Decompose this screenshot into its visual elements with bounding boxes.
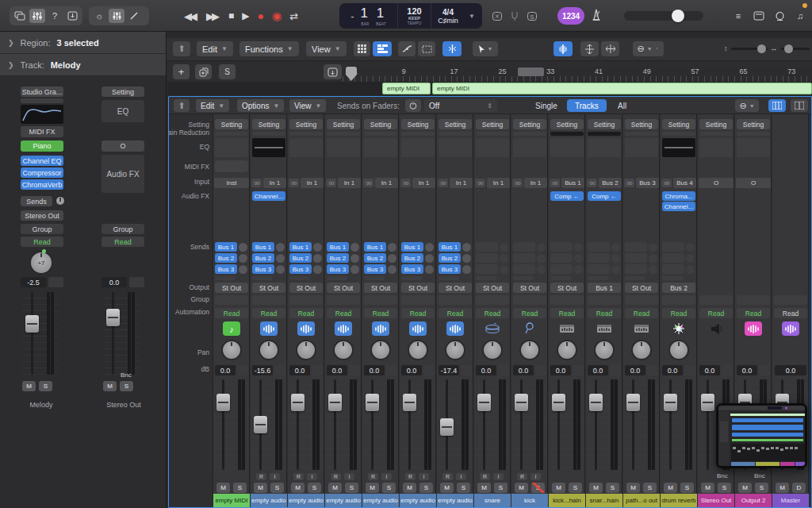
eq-slot[interactable] (699, 138, 733, 157)
send-slot[interactable]: Bus 2 (252, 253, 285, 263)
volume-fader[interactable] (513, 379, 546, 470)
pan-knob[interactable] (519, 340, 540, 360)
send-destination[interactable] (550, 242, 573, 252)
volume-fader[interactable] (401, 379, 435, 470)
send-slot[interactable] (476, 242, 509, 252)
solo-button[interactable]: S (382, 483, 396, 493)
eq-slot[interactable] (476, 138, 509, 157)
send-slot[interactable] (550, 242, 584, 252)
solo-button[interactable]: S (308, 483, 321, 493)
solo-button[interactable]: S (643, 483, 657, 493)
send-level-knob[interactable] (350, 254, 359, 263)
eq-slot[interactable] (401, 138, 435, 157)
record-enable-button[interactable]: R (442, 473, 453, 480)
volume-db-value[interactable]: -17.4 (439, 365, 459, 375)
input-label[interactable]: In 1 (301, 178, 324, 188)
send-destination[interactable]: Bus 2 (289, 253, 312, 263)
send-level-knob[interactable] (350, 243, 359, 252)
send-destination[interactable] (662, 264, 684, 274)
eq-slot[interactable] (550, 138, 584, 157)
display-icon[interactable] (751, 9, 767, 23)
input-monitor-button[interactable]: I (344, 473, 354, 480)
input-slot[interactable]: ○○In 1 (475, 178, 510, 188)
view-tab-tracks[interactable]: Tracks (567, 99, 607, 112)
track-name-label[interactable]: kick...hain (549, 494, 585, 507)
record-enable-button[interactable]: R (331, 473, 341, 480)
input-label[interactable]: O (699, 178, 733, 188)
mute-button[interactable]: M (664, 483, 677, 493)
horizontal-zoom-icon[interactable] (601, 41, 619, 56)
rewind-button[interactable]: ◀◀ (184, 10, 195, 22)
group-slot[interactable] (513, 295, 546, 305)
track-name-label[interactable]: path...o out (623, 494, 660, 507)
output-slot[interactable]: Stereo Out (21, 210, 63, 221)
input-slot[interactable]: ○○In 1 (400, 178, 435, 188)
automation-mode-button[interactable]: Read (737, 308, 770, 318)
solo-button[interactable]: S (718, 483, 731, 493)
group-slot[interactable] (737, 295, 770, 305)
fader-cap[interactable] (25, 315, 39, 333)
tracks-edit-menu[interactable]: Edit▼ (197, 41, 233, 56)
send-destination[interactable]: Bus 1 (401, 242, 423, 252)
stereo-input-icon[interactable]: ○○ (438, 179, 448, 187)
solo-button[interactable]: S (120, 381, 133, 391)
pan-knob[interactable] (408, 340, 428, 360)
audio-fx-slot[interactable]: Comp ← (550, 191, 584, 201)
send-level-knob[interactable] (462, 243, 471, 252)
send-level-knob[interactable] (500, 243, 508, 252)
channel-setting-button[interactable]: Setting (252, 119, 285, 129)
automation-mode-button[interactable]: Read (364, 308, 397, 318)
group-slot[interactable] (327, 295, 360, 305)
volume-db-value[interactable]: 0.0 (550, 365, 571, 375)
back-arrow-icon[interactable]: ⬆ (173, 41, 190, 56)
input-label[interactable]: Bus 1 (561, 178, 584, 188)
pencil-icon[interactable] (126, 9, 142, 23)
channel-setting-button[interactable]: Setting (364, 119, 397, 129)
volume-db-value[interactable]: 0.0 (625, 365, 645, 375)
mute-button[interactable]: M (477, 483, 491, 493)
fader-cap[interactable] (328, 394, 342, 411)
send-level-knob[interactable] (686, 254, 695, 263)
track-name-label[interactable]: Output 2 (735, 494, 772, 507)
send-level-knob[interactable] (649, 243, 657, 252)
channel-setting-button[interactable]: Setting (401, 119, 435, 129)
send-level-knob[interactable] (313, 243, 322, 252)
mute-button[interactable]: M (328, 483, 342, 493)
fader-cap[interactable] (403, 394, 416, 411)
grid-icon[interactable] (354, 41, 370, 56)
input-label[interactable]: Bus 3 (636, 178, 659, 188)
output-slot[interactable]: St Out (550, 283, 584, 293)
eq-slot[interactable] (327, 138, 360, 157)
send-level-knob[interactable] (500, 254, 508, 263)
send-destination[interactable]: Bus 3 (401, 264, 423, 274)
volume-db-value[interactable]: 0.0 (401, 365, 422, 375)
volume-fader[interactable] (662, 379, 695, 470)
volume-fader[interactable] (327, 379, 360, 470)
send-destination[interactable] (625, 264, 647, 274)
input-slot[interactable]: ○○In 1 (251, 178, 286, 188)
send-level-knob[interactable] (611, 243, 620, 252)
duplicate-track-button[interactable] (195, 64, 212, 79)
eq-slot[interactable] (215, 138, 248, 157)
eq-thumbnail[interactable] (252, 138, 285, 157)
send-destination[interactable]: Bus 3 (215, 264, 237, 274)
volume-fader[interactable] (289, 379, 323, 470)
send-level-knob[interactable] (56, 196, 65, 206)
record-enable-button[interactable]: R (405, 473, 416, 480)
fader-cap[interactable] (552, 394, 565, 411)
eq-slot[interactable] (439, 138, 472, 157)
volume-fader[interactable] (22, 292, 59, 375)
group-slot[interactable] (289, 295, 323, 305)
automation-mode-button[interactable]: Read (439, 308, 472, 318)
pan-knob[interactable] (557, 340, 577, 360)
send-slot[interactable]: Bus 2 (215, 253, 248, 263)
screenshot-preview-thumbnail[interactable] (716, 403, 807, 468)
send-slot[interactable]: Bus 1 (439, 242, 472, 252)
group-slot[interactable] (625, 295, 658, 305)
send-destination[interactable]: Bus 3 (327, 264, 349, 274)
send-level-knob[interactable] (239, 265, 247, 274)
eq-thumbnail[interactable] (21, 105, 63, 124)
automation-mode-button[interactable]: Read (476, 308, 509, 318)
eq-slot[interactable] (588, 138, 621, 157)
send-destination[interactable]: Bus 2 (252, 253, 274, 263)
